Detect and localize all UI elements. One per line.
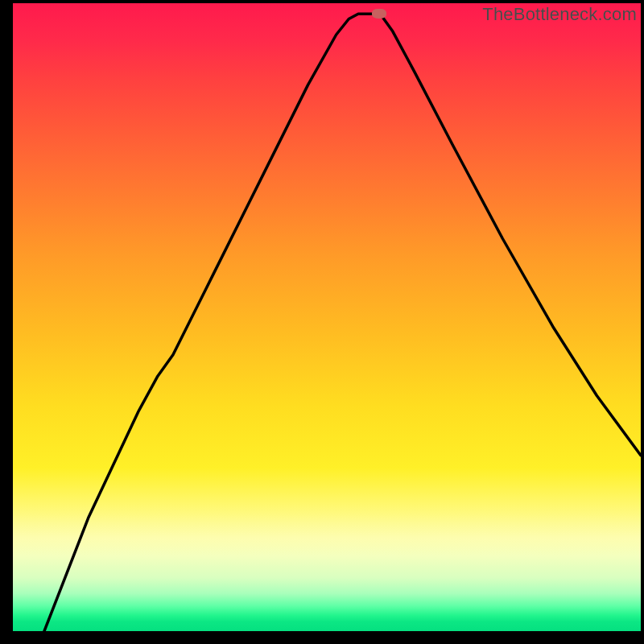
bottleneck-curve: [13, 3, 641, 631]
chart-frame: TheBottleneck.com: [0, 0, 644, 644]
optimal-point-marker: [372, 9, 386, 19]
plot-area: TheBottleneck.com: [13, 3, 641, 631]
